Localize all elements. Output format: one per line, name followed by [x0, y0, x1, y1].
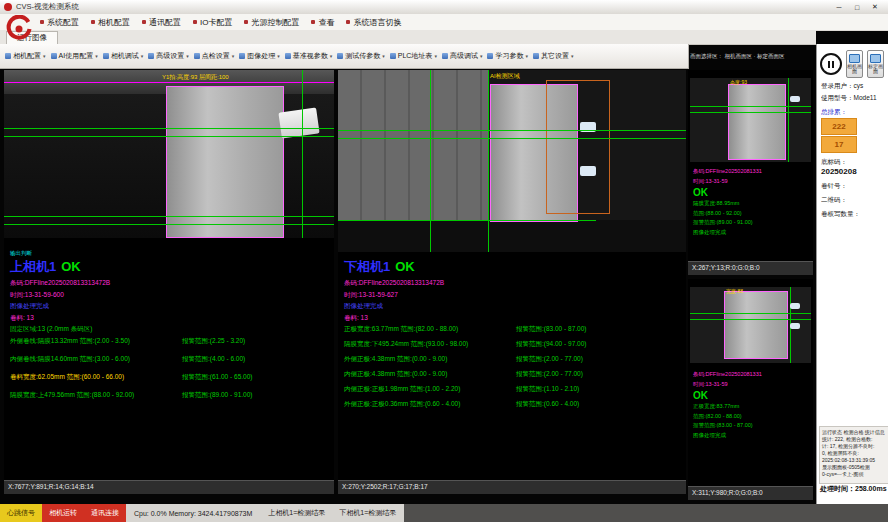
window-title: CVS-视觉检测系统	[16, 2, 79, 12]
stats-box: 运行状态 检测合格 统计信息 统计: 222, 检测合格数: 计: 17, 检测…	[819, 426, 888, 484]
login-user-row: 登录用户：cys	[821, 82, 887, 91]
process-line: 图像处理完成	[10, 302, 332, 311]
overlay-line	[4, 82, 334, 83]
overlay-line	[488, 70, 489, 252]
titlebar: CVS-视觉检测系统 ─ □ ✕	[0, 0, 888, 15]
batch-code-value: 20250208	[821, 167, 857, 176]
ai-detect-box	[546, 80, 610, 214]
camera-view-small-bottom[interactable]: 宽度:88	[690, 287, 811, 363]
statusbar: 心跳信号 相机运转 通讯连接 Cpu: 0.0% Memory: 3424.41…	[0, 504, 888, 522]
pause-button[interactable]	[820, 53, 842, 75]
measure-row: 内侧正极:正极1.98mm 范围:(1.00 - 2.20) 报警范围:(1.1…	[344, 385, 684, 394]
login-user-label: 登录用户：	[821, 82, 854, 89]
barcode-line: 条码:DFFIine202502081331	[693, 371, 811, 378]
heartbeat-indicator: 心跳信号	[0, 504, 42, 522]
login-user-value: cys	[854, 82, 864, 89]
measure-overlay-text: 宽度:88	[726, 288, 743, 294]
measure-row: 外侧正极:正极0.36mm 范围:(0.60 - 4.00) 报警范围:(0.6…	[344, 400, 684, 409]
overlay-line	[690, 112, 811, 113]
measure-line: 正极宽度:83.77mm	[693, 403, 811, 410]
tab-strip: 运行图像	[0, 30, 816, 45]
measure-row: 内侧卷线:隔膜14.60mm 范围:(3.00 - 6.00) 报警范围:(4.…	[10, 355, 332, 364]
board-count-label: 卷板写数量：	[821, 210, 887, 219]
result-text-middle: 下相机1 OK 条码:DFFIine2025020813313472B 时间:1…	[344, 258, 684, 415]
process-time-label: 处理时间：	[820, 485, 855, 492]
camera-panel-small-bottom: 宽度:88 条码:DFFIine202502081331 时间:13-31-59…	[688, 279, 813, 500]
measure-row: 正极宽度:63.77mm 范围:(82.00 - 88.00) 报警范围:(83…	[344, 325, 684, 334]
result-text-small-top: 条码:DFFIine202502081331 时间:13-31-59 OK 隔膜…	[693, 168, 811, 238]
toolbar-advanced-settings[interactable]: 高级设置	[146, 48, 191, 64]
material-line: 卷料: 13	[10, 314, 332, 323]
camera-view-left[interactable]: Y1拍:高度:93 层间距:100	[4, 70, 334, 238]
measure-row: 隔膜宽度:下495.24mm 范围:(93.00 - 98.00) 报警范围:(…	[344, 340, 684, 349]
camera-view-small-top[interactable]: 高度:93	[690, 78, 811, 162]
camera-view-middle[interactable]: AI检测区域	[338, 70, 686, 252]
measure-row: 外侧正极:4.38mm 范围:(0.00 - 9.00) 报警范围:(2.00 …	[344, 355, 684, 364]
alarm-range: 报警范围:(0.60 - 4.00)	[516, 400, 579, 409]
model-label: 使用型号：	[821, 94, 854, 101]
toolbar-ai-config[interactable]: AI使用配置	[49, 48, 100, 64]
measure-line: 范围:(82.00 - 88.00)	[693, 413, 811, 420]
measure-name: 外侧正极:4.38mm 范围:(0.00 - 9.00)	[344, 355, 516, 364]
menu-language[interactable]: 系统语言切换	[346, 17, 401, 28]
reflective-tab	[790, 303, 800, 309]
camera-panel-small-top: 高度:93 条码:DFFIine202502081331 时间:13-31-59…	[688, 70, 813, 275]
menu-system-config[interactable]: 系统配置	[40, 17, 79, 28]
overlay-line	[338, 220, 596, 221]
menu-comm-config[interactable]: 通讯配置	[142, 17, 181, 28]
toolbar-camera-debug[interactable]: 相机调试	[101, 48, 146, 64]
close-button[interactable]: ✕	[866, 1, 884, 13]
camera-name-label: 下相机1	[344, 258, 390, 276]
upper-camera-result: 上相机1=检测结果	[268, 508, 325, 518]
camera-panel-middle: AI检测区域 下相机1 OK 条码:DFFIine202502081331347…	[338, 70, 686, 494]
overlay-line	[4, 136, 334, 137]
stats-line: 统计: 222, 检测合格数:	[822, 436, 886, 443]
time-line: 时间:13-31-59-627	[344, 291, 684, 300]
result-text-small-bottom: 条码:DFFIine202502081331 时间:13-31-59 OK 正极…	[693, 371, 811, 441]
result-ok-badge: OK	[61, 259, 81, 274]
measure-name: 卷料宽度:62.05mm 范围:(60.00 - 66.00)	[10, 373, 182, 382]
alarm-range: 报警范围:(2.25 - 3.20)	[182, 337, 245, 346]
toolbar-baseline-params[interactable]: 基准视参数	[283, 48, 335, 64]
needle-no-label: 卷针号：	[821, 182, 887, 191]
measure-line: 范围:(88.00 - 92.00)	[693, 210, 811, 217]
toolbar-plc-table[interactable]: PLC地址表	[388, 48, 439, 64]
sidebar: 相机画面 标定画面 登录用户：cys 使用型号：Mode11 总排累： 222 …	[816, 44, 888, 504]
toolbar-advanced-debug[interactable]: 高级调试	[440, 48, 485, 64]
time-line: 时间:13-31-59-600	[10, 291, 332, 300]
measure-name: 内侧正极:4.38mm 范围:(0.00 - 9.00)	[344, 370, 516, 379]
camera-result-readout: 上相机1=检测结果 下相机1=检测结果	[260, 504, 404, 522]
toolbar-learn-params[interactable]: 学习参数	[485, 48, 530, 64]
stats-line: 2025:02:08-13:31:39:05	[822, 457, 886, 464]
measure-row: 外侧卷线:隔膜13.32mm 范围:(2.00 - 3.50) 报警范围:(2.…	[10, 337, 332, 346]
overlay-line	[4, 224, 334, 225]
maximize-button[interactable]: □	[848, 1, 866, 13]
menu-io-config[interactable]: IO卡配置	[193, 17, 232, 28]
toolbar-spot-check[interactable]: 点检设置	[192, 48, 237, 64]
alarm-range: 报警范围:(61.00 - 65.00)	[182, 373, 252, 382]
calibration-view-button[interactable]: 标定画面	[867, 50, 884, 78]
stats-line: 0-cys=一卡上-图侦	[822, 471, 886, 478]
calibration-icon	[870, 54, 881, 63]
menu-camera-config[interactable]: 相机配置	[91, 17, 130, 28]
overlay-line	[338, 130, 686, 131]
camera-view-button[interactable]: 相机画面	[846, 50, 863, 78]
minimize-button[interactable]: ─	[830, 1, 848, 13]
pixel-readout-left: X:7677;Y:891;R:14;G:14;B:14	[4, 480, 334, 494]
toolbar-camera-config[interactable]: 相机配置	[3, 48, 48, 64]
overlay-line	[430, 70, 431, 252]
comm-link-indicator: 通讯连接	[84, 504, 126, 522]
menu-view[interactable]: 查看	[311, 17, 334, 28]
camera-name-label: 上相机1	[10, 258, 56, 276]
stats-line: 计: 17, 检测分辨不良时:	[822, 443, 886, 450]
pause-icon	[832, 61, 834, 68]
measure-overlay-text: Y1拍:高度:93 层间距:100	[162, 73, 229, 82]
measure-line: 报警范围:(89.00 - 91.00)	[693, 219, 811, 226]
output-judge-label: 输出判断	[10, 250, 332, 257]
measure-name: 外侧卷线:隔膜13.32mm 范围:(2.00 - 3.50)	[10, 337, 182, 346]
counter-display-2: 17	[821, 136, 857, 153]
menu-light-config[interactable]: 光源控制配置	[244, 17, 299, 28]
toolbar-image-process[interactable]: 图像处理	[237, 48, 282, 64]
toolbar-other-settings[interactable]: 其它设置	[531, 48, 576, 64]
toolbar-test-params[interactable]: 测试传参数	[335, 48, 387, 64]
